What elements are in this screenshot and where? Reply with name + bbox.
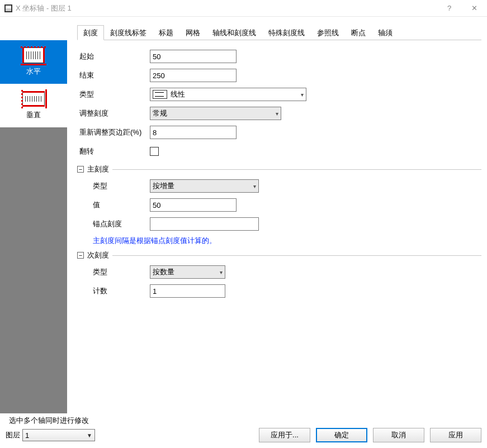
collapse-toggle-major[interactable]: − — [77, 166, 84, 173]
minor-ticks-section: − 次刻度 — [77, 250, 481, 260]
layer-combo[interactable]: 1 ▼ — [22, 429, 95, 441]
major-hint: 主刻度间隔是根据锚点刻度值计算的。 — [93, 236, 481, 246]
reverse-label: 翻转 — [77, 146, 150, 156]
sidebar-item-label: 水平 — [26, 66, 41, 77]
major-ticks-section: − 主刻度 — [77, 164, 481, 174]
tab-reference-lines[interactable]: 参照线 — [311, 25, 345, 40]
tab-bar: 刻度 刻度线标签 标题 网格 轴线和刻度线 特殊刻度线 参照线 断点 轴须 — [77, 25, 481, 40]
margin-label: 重新调整页边距(%) — [77, 127, 150, 137]
minor-type-label: 类型 — [77, 267, 150, 277]
collapse-toggle-minor[interactable]: − — [77, 252, 84, 259]
chevron-down-icon: ▾ — [276, 111, 278, 117]
vertical-axis-icon — [22, 91, 45, 107]
linear-icon — [153, 90, 167, 99]
tab-title[interactable]: 标题 — [153, 25, 179, 40]
close-button[interactable]: ✕ — [462, 0, 487, 17]
major-value-input[interactable] — [150, 198, 237, 212]
minor-section-label: 次刻度 — [87, 250, 109, 260]
rescale-label: 调整刻度 — [77, 108, 150, 118]
chevron-down-icon: ▾ — [220, 269, 223, 275]
reverse-checkbox[interactable] — [150, 147, 159, 156]
tab-breaks[interactable]: 断点 — [345, 25, 372, 40]
to-input[interactable] — [150, 69, 237, 82]
from-input[interactable] — [150, 50, 237, 63]
ok-button[interactable]: 确定 — [316, 428, 367, 442]
minor-count-input[interactable] — [150, 284, 225, 298]
minor-type-select[interactable]: 按数量 ▾ — [150, 265, 225, 279]
tab-line-ticks[interactable]: 轴线和刻度线 — [206, 25, 262, 40]
apply-to-button[interactable]: 应用于... — [259, 428, 310, 442]
anchor-input[interactable] — [150, 217, 259, 231]
titlebar: X 坐标轴 - 图层 1 ? ✕ — [0, 0, 487, 17]
from-label: 起始 — [77, 51, 150, 61]
major-type-select[interactable]: 按增量 ▾ — [150, 179, 259, 193]
horizontal-axis-icon — [22, 47, 45, 63]
app-icon — [4, 4, 12, 12]
apply-button[interactable]: 应用 — [430, 428, 481, 442]
rescale-select[interactable]: 常规 ▾ — [150, 107, 281, 120]
major-type-label: 类型 — [77, 181, 150, 191]
dialog-footer: 选中多个轴同时进行修改 图层 1 ▼ 应用于... 确定 取消 应用 — [0, 416, 487, 448]
help-button[interactable]: ? — [437, 0, 462, 17]
scale-type-select[interactable]: 线性 ▾ — [150, 88, 306, 101]
tab-scale[interactable]: 刻度 — [77, 25, 104, 40]
tab-rug[interactable]: 轴须 — [372, 25, 399, 40]
sidebar-item-horizontal[interactable]: 水平 — [0, 40, 67, 84]
margin-input[interactable] — [150, 126, 237, 139]
type-label: 类型 — [77, 89, 150, 99]
minor-count-label: 计数 — [77, 286, 150, 296]
layer-label: 图层 — [6, 430, 20, 440]
sidebar-item-vertical[interactable]: 垂直 — [0, 84, 67, 127]
tab-grids[interactable]: 网格 — [179, 25, 206, 40]
chevron-down-icon: ▼ — [87, 432, 92, 439]
anchor-label: 锚点刻度 — [77, 219, 150, 229]
multi-axis-note: 选中多个轴同时进行修改 — [9, 416, 481, 426]
tab-special-ticks[interactable]: 特殊刻度线 — [262, 25, 311, 40]
chevron-down-icon: ▾ — [253, 183, 256, 189]
to-label: 结束 — [77, 70, 150, 80]
chevron-down-icon: ▾ — [301, 92, 304, 98]
axis-sidebar: 水平 垂直 — [0, 17, 67, 413]
scale-panel: 起始 结束 类型 线性 ▾ 调整刻度 常规 ▾ — [77, 40, 481, 302]
major-value-label: 值 — [77, 200, 150, 210]
major-section-label: 主刻度 — [87, 164, 109, 174]
sidebar-item-label: 垂直 — [26, 110, 41, 120]
window-title: X 坐标轴 - 图层 1 — [16, 3, 437, 13]
cancel-button[interactable]: 取消 — [373, 428, 424, 442]
tab-tick-labels[interactable]: 刻度线标签 — [104, 25, 153, 40]
